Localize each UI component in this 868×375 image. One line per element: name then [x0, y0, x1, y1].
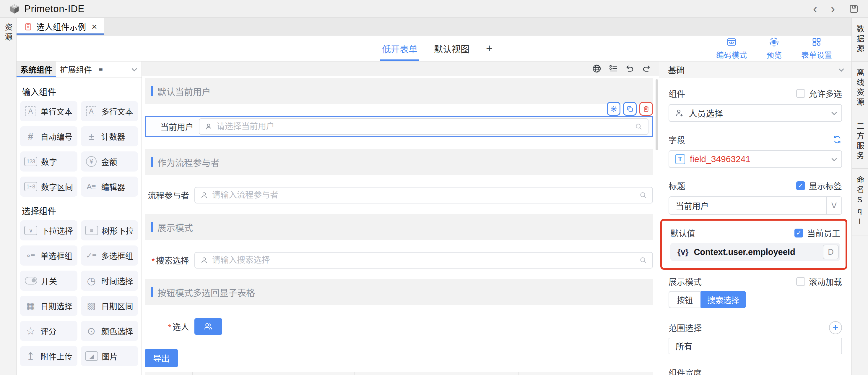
inspector-header[interactable]: 基础: [659, 61, 851, 78]
title-input[interactable]: [669, 197, 826, 214]
current-employee-checkbox[interactable]: [795, 229, 803, 237]
form-canvas: 默认当前用户: [142, 61, 659, 375]
scroll-load-checkbox[interactable]: [796, 277, 805, 286]
component-width-label: 组件宽度: [669, 367, 702, 375]
save-icon[interactable]: [848, 4, 859, 14]
show-label-checkbox-group[interactable]: 显示标签: [796, 180, 842, 192]
person-select-input-search[interactable]: [194, 252, 653, 268]
title-variable-button[interactable]: V: [826, 197, 841, 214]
participant-input[interactable]: [212, 191, 635, 200]
card-editor[interactable]: A≡编辑器: [81, 177, 138, 197]
card-amount[interactable]: ¥金额: [81, 151, 138, 172]
form-settings-button[interactable]: 表单设置: [801, 37, 832, 60]
add-view-tab-button[interactable]: +: [486, 42, 493, 55]
field-label-person-pick: *选人: [145, 321, 189, 333]
file-tab-active[interactable]: 选人组件示例 ×: [17, 18, 104, 35]
card-single-line-text[interactable]: A单行文本: [20, 101, 78, 121]
card-checkbox-group[interactable]: ✓≡多选框组: [81, 246, 138, 266]
card-image[interactable]: ◢图片: [81, 346, 138, 366]
card-multi-line-text[interactable]: A多行文本: [81, 101, 138, 121]
default-value-expression-field[interactable]: {v} Context.user.employeeId D: [670, 243, 840, 261]
card-attachment-upload[interactable]: ↥附件上传: [20, 346, 78, 366]
editor-icon: A≡: [85, 181, 97, 192]
display-mode-option-button[interactable]: 按钮: [669, 291, 701, 308]
current-user-input[interactable]: [217, 122, 631, 131]
person-icon: [205, 123, 212, 131]
default-value-d-button[interactable]: D: [823, 244, 839, 259]
group-header-default-current-user[interactable]: 默认当前用户: [145, 78, 653, 104]
add-range-icon[interactable]: [829, 321, 842, 334]
allow-multi-checkbox[interactable]: [796, 89, 805, 98]
export-button[interactable]: 导出: [145, 349, 178, 367]
field-label-participant: 流程参与者: [145, 189, 189, 201]
group-header-display-mode[interactable]: 展示模式: [145, 214, 653, 240]
code-mode-button[interactable]: 编码模式: [716, 37, 747, 60]
app-logo-icon: [9, 3, 20, 15]
person-pick-button[interactable]: [194, 318, 222, 335]
display-mode-option-search-select[interactable]: 搜索选择: [701, 291, 746, 308]
scroll-load-checkbox-group[interactable]: 滚动加载: [796, 276, 842, 287]
field-row-participant[interactable]: 流程参与者: [145, 187, 653, 203]
copy-icon: [626, 105, 634, 113]
tab-extended-components[interactable]: 扩展组件: [56, 61, 96, 77]
tab-system-components[interactable]: 系统组件: [17, 61, 56, 77]
component-type-select[interactable]: 人员选择: [669, 104, 842, 122]
card-number-range[interactable]: 1~3数字区间: [20, 177, 78, 197]
collapse-panel-chevron-icon[interactable]: [131, 66, 137, 71]
person-select-input-participant[interactable]: [194, 187, 653, 203]
required-asterisk: *: [168, 323, 172, 332]
tab-default-view[interactable]: 默认视图: [434, 35, 469, 61]
card-rating[interactable]: ☆评分: [20, 321, 78, 341]
code-mode-label: 编码模式: [716, 49, 747, 60]
preview-button[interactable]: 预览: [766, 37, 782, 60]
nav-forward-icon[interactable]: ›: [831, 3, 835, 15]
selected-field-current-user[interactable]: 当前用户: [145, 116, 653, 137]
rail-tab-data-source[interactable]: 数据源: [855, 25, 865, 54]
canvas-scrollbar[interactable]: [656, 79, 658, 150]
card-counter[interactable]: ±计数器: [81, 126, 138, 146]
redo-icon[interactable]: [642, 64, 651, 73]
field-delete-button[interactable]: [639, 102, 653, 116]
search-select-input[interactable]: [212, 256, 635, 265]
field-settings-button[interactable]: [607, 102, 620, 116]
group-header-process-participant[interactable]: 作为流程参与者: [145, 149, 653, 175]
panel-menu-icon[interactable]: [99, 65, 103, 74]
rail-tab-offline-resources[interactable]: 离线资源: [855, 68, 865, 108]
allow-multi-checkbox-group[interactable]: 允许多选: [796, 88, 842, 99]
card-time-picker[interactable]: ◷时间选择: [81, 270, 138, 291]
field-select-value: field_34963241: [690, 154, 750, 164]
display-mode-label: 展示模式: [669, 276, 702, 287]
card-radio-group[interactable]: ∘≡单选框组: [20, 246, 78, 266]
close-icon[interactable]: ×: [92, 22, 97, 31]
card-color-picker[interactable]: ⊙颜色选择: [81, 321, 138, 341]
field-label-current-user: 当前用户: [149, 121, 193, 133]
field-select[interactable]: T field_34963241: [669, 150, 842, 168]
card-tree-dropdown[interactable]: ≡树形下拉: [81, 220, 138, 240]
card-number[interactable]: 123数字: [20, 151, 78, 172]
group-header-button-mode-subtable[interactable]: 按钮模式多选回显子表格: [145, 279, 653, 305]
show-label-checkbox[interactable]: [796, 181, 805, 190]
current-employee-checkbox-group[interactable]: 当前员工: [795, 227, 840, 239]
outline-tree-icon[interactable]: [609, 64, 618, 73]
rail-tab-third-party-services[interactable]: 三方服务: [855, 122, 865, 161]
app-title: Primeton-IDE: [24, 3, 85, 15]
person-select-input-current-user[interactable]: [199, 118, 649, 135]
range-select-input[interactable]: [669, 338, 842, 354]
rail-tab-resources[interactable]: 资源: [3, 18, 13, 48]
card-date-picker[interactable]: ▦日期选择: [20, 296, 78, 316]
undo-icon[interactable]: [625, 64, 634, 73]
tab-low-code-form[interactable]: 低开表单: [382, 35, 417, 61]
card-auto-number[interactable]: #自动编号: [20, 126, 78, 146]
card-dropdown-select[interactable]: ∨下拉选择: [20, 220, 78, 240]
field-copy-button[interactable]: [623, 102, 637, 116]
preview-label: 预览: [766, 49, 782, 60]
card-switch[interactable]: 开关: [20, 270, 78, 291]
i18n-globe-icon[interactable]: [592, 64, 601, 73]
chevron-down-icon[interactable]: [838, 66, 844, 71]
nav-back-icon[interactable]: ‹: [813, 3, 817, 15]
card-date-range[interactable]: ▧日期区间: [81, 296, 138, 316]
refresh-icon[interactable]: [833, 135, 842, 144]
rail-tab-named-sql[interactable]: 命名Sql: [855, 176, 865, 228]
number-range-icon: 1~3: [24, 182, 37, 191]
field-row-search-select[interactable]: *搜索选择: [145, 252, 653, 268]
